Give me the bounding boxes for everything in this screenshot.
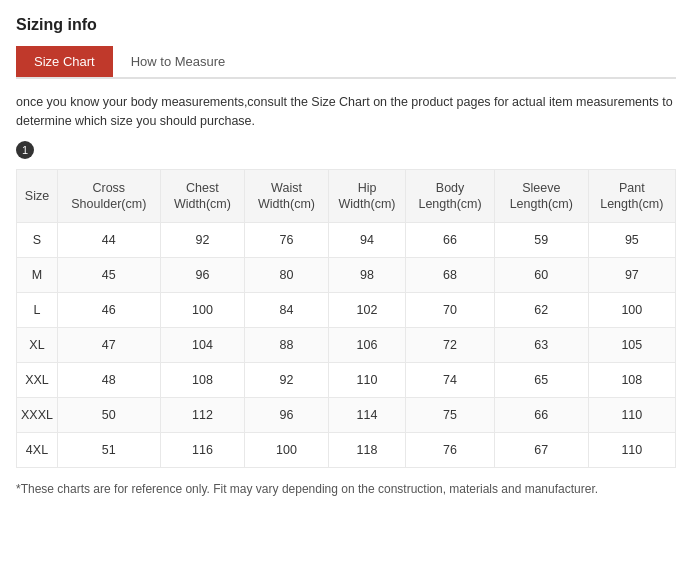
size-value: 118	[328, 433, 405, 468]
footer-note: *These charts are for reference only. Fi…	[16, 480, 676, 498]
size-value: 67	[494, 433, 588, 468]
size-value: 92	[245, 363, 329, 398]
circle-badge: 1	[16, 141, 34, 159]
size-label: XXL	[17, 363, 58, 398]
size-value: 108	[160, 363, 245, 398]
size-value: 92	[160, 223, 245, 258]
size-value: 46	[57, 293, 160, 328]
size-value: 100	[588, 293, 675, 328]
page-title: Sizing info	[16, 16, 676, 34]
size-value: 104	[160, 328, 245, 363]
size-value: 116	[160, 433, 245, 468]
size-value: 66	[494, 398, 588, 433]
size-value: 100	[160, 293, 245, 328]
size-value: 105	[588, 328, 675, 363]
size-value: 110	[588, 433, 675, 468]
size-value: 47	[57, 328, 160, 363]
table-header: Waist Width(cm)	[245, 169, 329, 223]
size-value: 100	[245, 433, 329, 468]
size-value: 68	[406, 258, 495, 293]
size-value: 72	[406, 328, 495, 363]
size-value: 106	[328, 328, 405, 363]
size-label: M	[17, 258, 58, 293]
table-header: Pant Length(cm)	[588, 169, 675, 223]
size-label: XXXL	[17, 398, 58, 433]
table-row: XL47104881067263105	[17, 328, 676, 363]
size-value: 95	[588, 223, 675, 258]
table-row: 4XL511161001187667110	[17, 433, 676, 468]
table-header: Chest Width(cm)	[160, 169, 245, 223]
size-value: 60	[494, 258, 588, 293]
size-label: 4XL	[17, 433, 58, 468]
size-label: XL	[17, 328, 58, 363]
size-value: 74	[406, 363, 495, 398]
size-value: 48	[57, 363, 160, 398]
size-value: 88	[245, 328, 329, 363]
size-value: 59	[494, 223, 588, 258]
size-value: 50	[57, 398, 160, 433]
size-value: 70	[406, 293, 495, 328]
size-value: 110	[328, 363, 405, 398]
size-value: 51	[57, 433, 160, 468]
table-row: XXL48108921107465108	[17, 363, 676, 398]
tab-bar: Size Chart How to Measure	[16, 46, 676, 79]
size-value: 76	[406, 433, 495, 468]
table-row: L46100841027062100	[17, 293, 676, 328]
size-value: 102	[328, 293, 405, 328]
size-value: 80	[245, 258, 329, 293]
table-row: S44927694665995	[17, 223, 676, 258]
tab-size-chart[interactable]: Size Chart	[16, 46, 113, 77]
table-header: Hip Width(cm)	[328, 169, 405, 223]
size-value: 97	[588, 258, 675, 293]
size-value: 108	[588, 363, 675, 398]
size-value: 66	[406, 223, 495, 258]
size-table: SizeCross Shoulder(cm)Chest Width(cm)Wai…	[16, 169, 676, 469]
table-header: Body Length(cm)	[406, 169, 495, 223]
table-header: Cross Shoulder(cm)	[57, 169, 160, 223]
size-value: 114	[328, 398, 405, 433]
size-label: L	[17, 293, 58, 328]
size-value: 62	[494, 293, 588, 328]
size-value: 76	[245, 223, 329, 258]
size-value: 98	[328, 258, 405, 293]
size-value: 63	[494, 328, 588, 363]
size-value: 44	[57, 223, 160, 258]
size-value: 45	[57, 258, 160, 293]
size-value: 110	[588, 398, 675, 433]
size-value: 112	[160, 398, 245, 433]
size-value: 75	[406, 398, 495, 433]
table-header: Size	[17, 169, 58, 223]
size-value: 96	[160, 258, 245, 293]
size-value: 96	[245, 398, 329, 433]
size-value: 65	[494, 363, 588, 398]
size-value: 84	[245, 293, 329, 328]
table-row: XXXL50112961147566110	[17, 398, 676, 433]
size-label: S	[17, 223, 58, 258]
tab-how-to-measure[interactable]: How to Measure	[113, 46, 244, 77]
description-text: once you know your body measurements,con…	[16, 93, 676, 131]
size-value: 94	[328, 223, 405, 258]
table-row: M45968098686097	[17, 258, 676, 293]
table-header: Sleeve Length(cm)	[494, 169, 588, 223]
